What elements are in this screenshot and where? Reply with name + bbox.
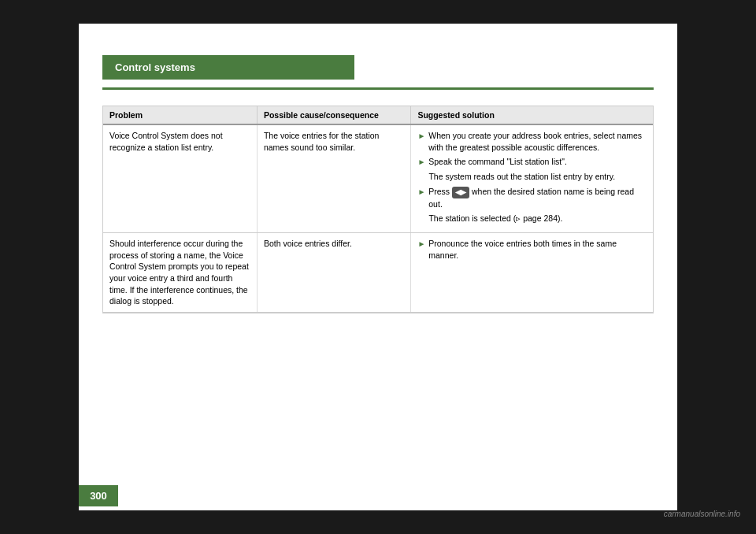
cell-problem-2: Should interference occur during the pro… <box>103 232 257 312</box>
page-number-text: 300 <box>90 490 107 502</box>
content-area: Problem Possible cause/consequence Sugge… <box>102 106 654 313</box>
solution-bullet: ► Pronounce the voice entries both times… <box>417 238 647 261</box>
cell-cause-1: The voice entries for the station names … <box>257 124 410 232</box>
table-container: Problem Possible cause/consequence Sugge… <box>102 106 654 313</box>
cell-solution-2: ► Pronounce the voice entries both times… <box>411 232 653 312</box>
solution-indent-text: The system reads out the station list en… <box>428 171 647 183</box>
solution-bullet: ► Speak the command "List station list". <box>417 156 647 168</box>
solution-indent-text: The station is selected (▹ page 284). <box>428 213 647 224</box>
cell-cause-2: Both voice entries differ. <box>257 232 410 312</box>
footer-logo: carmanualsonline.info <box>664 510 740 518</box>
logo-text: carmanualsonline.info <box>664 510 740 518</box>
bullet-icon: ► <box>417 187 425 198</box>
bullet-icon: ► <box>417 239 425 250</box>
cell-solution-1: ► When you create your address book entr… <box>411 124 653 232</box>
solution-text: When you create your address book entrie… <box>428 130 647 153</box>
solution-bullet: ► Press ◀▶ when the desired station name… <box>417 186 647 210</box>
divider <box>102 87 654 90</box>
section-header: Control systems <box>102 55 354 80</box>
bullet-icon: ► <box>417 157 425 168</box>
table-row: Should interference occur during the pro… <box>103 232 653 312</box>
button-icon: ◀▶ <box>452 187 469 198</box>
page-number: 300 <box>79 485 118 506</box>
col-header-problem: Problem <box>103 106 257 124</box>
solution-text: Pronounce the voice entries both times i… <box>428 238 647 261</box>
section-title: Control systems <box>115 61 195 73</box>
main-table: Problem Possible cause/consequence Sugge… <box>103 106 653 313</box>
solution-text: Press ◀▶ when the desired station name i… <box>428 186 647 210</box>
solution-bullet: ► When you create your address book entr… <box>417 130 647 153</box>
table-header-row: Problem Possible cause/consequence Sugge… <box>103 106 653 124</box>
col-header-solution: Suggested solution <box>411 106 653 124</box>
solution-text: Speak the command "List station list". <box>428 156 567 168</box>
col-header-cause: Possible cause/consequence <box>257 106 410 124</box>
bullet-icon: ► <box>417 131 425 142</box>
cell-problem-1: Voice Control System does not recognize … <box>103 124 257 232</box>
table-row: Voice Control System does not recognize … <box>103 124 653 232</box>
